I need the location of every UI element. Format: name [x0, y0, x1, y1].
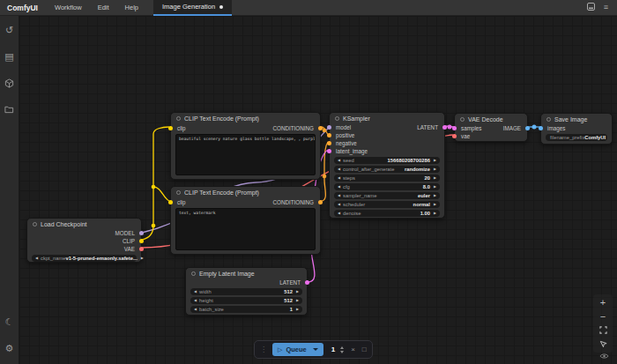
node-load-checkpoint[interactable]: Load Checkpoint MODEL CLIP VAE ◀ ckpt_na…	[26, 218, 142, 263]
node-save-image[interactable]: Save Image images filename_prefix ComfyU…	[540, 113, 613, 145]
widget-seed[interactable]: ◀ seed 156680208700286 ▶	[334, 157, 440, 164]
arrow-right-icon[interactable]: ▶	[434, 167, 436, 171]
node-clip-text-encode-positive[interactable]: CLIP Text Encode (Prompt) clip CONDITION…	[170, 112, 321, 180]
output-port-latent[interactable]	[305, 280, 309, 285]
zoom-in-icon[interactable]: +	[600, 298, 606, 307]
menu-list-icon[interactable]: ≡	[604, 4, 608, 11]
menu-help[interactable]: Help	[117, 0, 146, 16]
arrow-left-icon[interactable]: ◀	[338, 212, 340, 215]
collapse-icon[interactable]	[33, 222, 37, 227]
node-clip-text-encode-negative[interactable]: CLIP Text Encode (Prompt) clip CONDITION…	[170, 186, 321, 255]
history-icon[interactable]: ↺	[3, 23, 17, 37]
input-port-images[interactable]	[539, 126, 543, 130]
arrow-left-icon[interactable]: ◀	[35, 256, 38, 260]
arrow-right-icon[interactable]: ▶	[434, 176, 436, 180]
arrow-left-icon[interactable]: ◀	[338, 167, 340, 171]
widget-ckpt-name[interactable]: ◀ ckpt_name v1-5-pruned-emaonly.safete..…	[32, 255, 137, 262]
node-header[interactable]: CLIP Text Encode (Prompt)	[171, 113, 320, 123]
arrow-right-icon[interactable]: ▶	[434, 159, 436, 162]
menu-workflow[interactable]: Workflow	[47, 0, 90, 16]
collapse-icon[interactable]	[460, 117, 465, 122]
widget-width[interactable]: ◀ width 512 ▶	[190, 288, 302, 295]
arrow-right-icon[interactable]: ▶	[296, 290, 299, 293]
model-library-icon[interactable]	[3, 76, 17, 90]
clear-queue-icon[interactable]: ×	[349, 346, 357, 353]
arrow-right-icon[interactable]: ▶	[434, 203, 436, 206]
arrow-left-icon[interactable]: ◀	[194, 290, 197, 293]
fit-view-icon[interactable]	[599, 326, 607, 335]
collapse-icon[interactable]	[176, 116, 181, 121]
node-header[interactable]: Save Image	[541, 114, 612, 124]
arrow-left-icon[interactable]: ◀	[338, 159, 340, 162]
arrow-right-icon[interactable]: ▶	[141, 256, 144, 260]
panel-toggle-icon[interactable]	[587, 3, 595, 12]
theme-toggle-moon-icon[interactable]: ☾	[3, 315, 17, 329]
output-port-vae[interactable]	[139, 247, 144, 251]
node-header[interactable]: VAE Decode	[455, 114, 527, 124]
comfyui-logo[interactable]: ComfyUI	[0, 4, 47, 12]
widget-height[interactable]: ◀ height 512 ▶	[190, 297, 302, 304]
collapse-icon[interactable]	[546, 117, 551, 122]
arrow-left-icon[interactable]: ◀	[338, 176, 340, 180]
prompt-textarea[interactable]: beautiful scenery nature glass bottle la…	[175, 134, 316, 175]
input-port-samples[interactable]	[452, 126, 457, 130]
widget-steps[interactable]: ◀ steps 20 ▶	[334, 175, 440, 182]
collapse-icon[interactable]	[335, 116, 339, 121]
input-port-latent-image[interactable]	[327, 149, 331, 153]
input-port-clip[interactable]	[168, 200, 173, 204]
arrow-right-icon[interactable]: ▶	[296, 308, 299, 311]
arrow-left-icon[interactable]: ◀	[338, 185, 340, 189]
widget-batch-size[interactable]: ◀ batch_size 1 ▶	[190, 306, 302, 313]
collapse-icon[interactable]	[176, 190, 181, 195]
widget-denoise[interactable]: ◀ denoise 1.00 ▶	[334, 210, 440, 217]
step-down-icon[interactable]	[340, 351, 344, 353]
prompt-textarea[interactable]: text, watermark	[175, 208, 316, 250]
queue-button[interactable]: ▷ Queue	[272, 343, 323, 356]
workflows-list-icon[interactable]: ▤	[3, 49, 17, 63]
node-vae-decode[interactable]: VAE Decode samples IMAGE vae	[454, 113, 528, 142]
output-port-image[interactable]	[525, 126, 530, 130]
settings-gear-icon[interactable]: ⚙	[3, 341, 17, 355]
output-port-conditioning[interactable]	[318, 200, 323, 204]
arrow-right-icon[interactable]: ▶	[434, 212, 436, 215]
widget-control-after-generate[interactable]: ◀ control_after_generate randomize ▶	[334, 166, 440, 173]
widget-cfg[interactable]: ◀ cfg 8.0 ▶	[334, 183, 440, 190]
zoom-out-icon[interactable]: −	[600, 312, 606, 321]
arrow-right-icon[interactable]: ▶	[434, 194, 436, 197]
batch-count-value[interactable]: 1	[329, 345, 335, 353]
node-empty-latent-image[interactable]: Empty Latent Image LATENT ◀ width 512 ▶ …	[185, 267, 308, 316]
arrow-left-icon[interactable]: ◀	[338, 203, 340, 206]
input-port-model[interactable]	[327, 125, 331, 130]
arrow-right-icon[interactable]: ▶	[434, 185, 436, 189]
node-header[interactable]: Load Checkpoint	[27, 219, 141, 229]
output-port-clip[interactable]	[139, 239, 144, 243]
arrow-left-icon[interactable]: ◀	[338, 194, 340, 197]
tab-image-generation[interactable]: Image Generation	[153, 0, 232, 16]
input-port-vae[interactable]	[452, 134, 457, 138]
batch-count-stepper[interactable]	[340, 346, 344, 353]
drag-handle-icon[interactable]: ⋮	[260, 346, 267, 353]
node-header[interactable]: KSampler	[330, 113, 444, 123]
widget-scheduler[interactable]: ◀ scheduler normal ▶	[334, 201, 440, 208]
output-port-model[interactable]	[139, 231, 144, 235]
folder-icon[interactable]	[3, 102, 17, 116]
input-port-clip[interactable]	[168, 126, 173, 130]
widget-sampler-name[interactable]: ◀ sampler_name euler ▶	[334, 192, 440, 199]
step-up-icon[interactable]	[340, 346, 344, 349]
node-header[interactable]: CLIP Text Encode (Prompt)	[171, 187, 320, 197]
arrow-left-icon[interactable]: ◀	[194, 299, 197, 302]
menu-edit[interactable]: Edit	[90, 0, 117, 16]
collapse-icon[interactable]	[191, 271, 196, 276]
arrow-left-icon[interactable]: ◀	[194, 308, 197, 311]
widget-filename-prefix[interactable]: filename_prefix ComfyUI	[546, 134, 607, 141]
node-ksampler[interactable]: KSampler model LATENT positive negative …	[329, 112, 445, 219]
arrow-right-icon[interactable]: ▶	[296, 299, 299, 302]
output-port-latent[interactable]	[442, 125, 447, 130]
toggle-visibility-eye-icon[interactable]	[599, 347, 609, 363]
input-port-positive[interactable]	[327, 133, 331, 137]
node-header[interactable]: Empty Latent Image	[186, 268, 307, 279]
chevron-down-icon[interactable]	[313, 348, 318, 351]
input-port-negative[interactable]	[327, 141, 331, 145]
stop-icon[interactable]: □	[362, 346, 367, 353]
output-port-conditioning[interactable]	[318, 126, 323, 130]
